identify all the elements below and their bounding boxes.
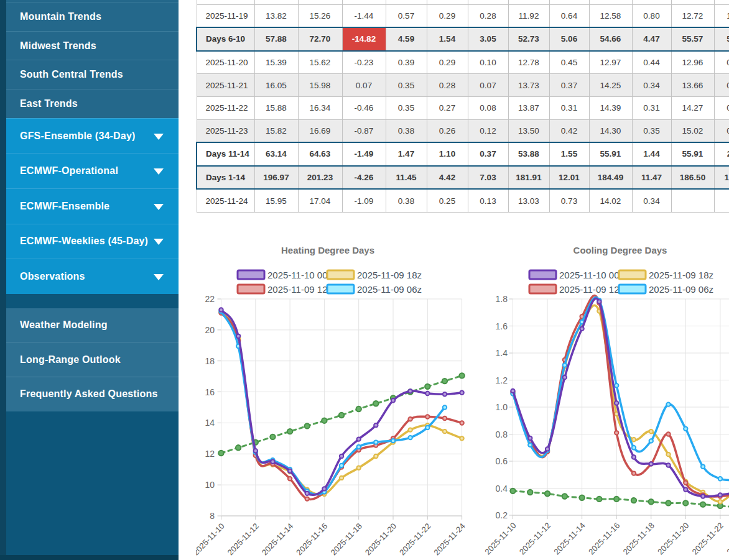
row-label: 2025-11-22	[197, 96, 254, 119]
chevron-down-icon	[154, 239, 164, 245]
series-2025-11-09-12z	[219, 311, 464, 501]
table-cell: 14.30	[589, 119, 632, 142]
table-cell: 5.33	[714, 27, 729, 51]
legend-label: 2025-11-10 00z	[267, 270, 332, 280]
table-cell	[549, 0, 589, 4]
legend-label: 2025-11-09 12z	[559, 284, 624, 295]
table-cell: 0.13	[468, 189, 508, 212]
table-cell: 15.62	[298, 51, 342, 74]
table-cell: 196.97	[254, 166, 298, 190]
table-cell: -4.26	[342, 166, 386, 190]
data-point	[597, 497, 601, 502]
table-cell	[714, 189, 729, 212]
sidebar-item-south-central-trends[interactable]: South Central Trends	[6, 60, 179, 89]
data-point	[545, 491, 550, 496]
sidebar-item-long-range-outlook[interactable]: Long-Range Outlook	[6, 342, 179, 377]
sidebar: Mountain TrendsMidwest TrendsSouth Centr…	[0, 0, 179, 560]
table-cell: 16.34	[298, 96, 342, 119]
table-cell: 1.44	[632, 142, 671, 166]
data-point	[632, 455, 636, 459]
data-point	[339, 413, 344, 418]
table-cell: 0.80	[632, 4, 671, 27]
table-cell: 13.73	[508, 74, 549, 97]
table-cell: -0.46	[342, 96, 386, 119]
data-point	[460, 436, 463, 440]
legend-item[interactable]: 2025-11-10 00z	[238, 270, 332, 280]
table-row: 2025-11-1913.8215.26-1.440.570.290.2811.…	[197, 4, 729, 27]
x-tick-label: 2025-11-22	[397, 521, 432, 558]
y-tick-label: 14	[205, 418, 215, 428]
legend-item[interactable]: 2025-11-09 06z	[327, 284, 422, 295]
table-cell: 0.45	[549, 51, 589, 74]
sidebar-item-ecmwf-ensemble[interactable]: ECMWF-Ensemble	[6, 188, 179, 224]
table-cell: 55.57	[671, 27, 714, 51]
table-cell: 57.88	[254, 27, 298, 51]
table-cell: 12.78	[508, 51, 549, 74]
data-point	[340, 464, 343, 467]
sidebar-item-frequently-asked-questions[interactable]: Frequently Asked Questions	[6, 377, 179, 411]
legend-item[interactable]: 2025-11-09 18z	[327, 270, 422, 280]
table-cell: 3.05	[468, 27, 508, 51]
x-tick-label: 2025-11-10	[196, 521, 226, 558]
sidebar-item-midwest-trends[interactable]: Midwest Trends	[6, 31, 179, 60]
sidebar-item-label: ECMWF-Operational	[20, 165, 118, 177]
legend-item[interactable]: 2025-11-09 18z	[619, 270, 713, 280]
table-cell: 0.34	[632, 74, 671, 97]
sidebar-item-label: East Trends	[20, 98, 78, 109]
data-point	[425, 392, 429, 395]
legend-swatch	[238, 285, 264, 293]
table-cell: 0.38	[386, 189, 427, 212]
data-point	[684, 487, 687, 491]
data-point	[701, 494, 705, 498]
legend-label: 2025-11-09 06z	[357, 284, 422, 295]
table-cell: 0.31	[632, 96, 671, 119]
sidebar-item-label: GFS-Ensemble (34-Day)	[20, 131, 136, 142]
data-point	[408, 417, 412, 421]
legend-item[interactable]: 2025-11-09 12z	[529, 284, 624, 295]
sidebar-item-mountain-trends[interactable]: Mountain Trends	[6, 2, 179, 31]
x-tick-label: 2025-11-20	[656, 521, 690, 557]
x-tick-label: 2025-11-12	[518, 521, 552, 557]
y-tick-label: 1.6	[496, 321, 508, 331]
data-point	[288, 477, 292, 480]
table-cell: 15.95	[254, 189, 298, 212]
sidebar-item-weather-modeling[interactable]: Weather Modeling	[6, 308, 179, 342]
degree-day-table-wrap: 2025-11-1913.8215.26-1.440.570.290.2811.…	[196, 0, 729, 213]
table-cell: 15.88	[254, 96, 298, 119]
x-tick-label: 2025-11-24	[432, 521, 467, 558]
table-cell: 0.34	[632, 189, 671, 212]
sidebar-item-label: ECMWF-Weeklies (45-Day)	[20, 236, 148, 247]
sidebar-item-observations[interactable]: Observations	[6, 259, 179, 294]
table-cell: 0.35	[386, 96, 427, 119]
data-point	[442, 379, 447, 383]
data-point	[510, 489, 515, 493]
table-cell: 0.28	[468, 4, 508, 27]
table-cell: 55.91	[589, 142, 632, 166]
sidebar-item-ecmwf-weeklies-45-day[interactable]: ECMWF-Weeklies (45-Day)	[6, 224, 179, 259]
sidebar-item-ecmwf-operational[interactable]: ECMWF-Operational	[6, 153, 179, 188]
table-row: 2025-11-2215.8816.34-0.460.350.270.0813.…	[197, 96, 729, 119]
sidebar-item-east-trends[interactable]: East Trends	[6, 89, 179, 118]
sidebar-item-gfs-ensemble-34-day[interactable]: GFS-Ensemble (34-Day)	[6, 118, 179, 154]
data-point	[666, 500, 671, 505]
table-cell: 0.07	[468, 74, 508, 97]
data-point	[288, 469, 292, 473]
sidebar-group-trends: Mountain TrendsMidwest TrendsSouth Centr…	[6, 2, 179, 118]
legend-swatch	[529, 270, 556, 279]
legend-item[interactable]: 2025-11-09 12z	[238, 284, 332, 295]
table-summary-row: Days 1-14196.97201.23-4.2611.454.427.031…	[197, 166, 729, 190]
table-cell: 72.70	[298, 27, 342, 51]
data-point	[562, 493, 567, 498]
table-cell: 0.25	[427, 189, 468, 212]
table-row: 2025-11-2315.8216.69-0.870.380.260.1213.…	[197, 119, 729, 142]
row-label: Days 11-14	[197, 142, 254, 166]
table-cell: 4.42	[427, 166, 468, 190]
table-cell: 0.64	[549, 4, 589, 27]
legend-item[interactable]: 2025-11-09 06z	[619, 284, 713, 295]
data-point	[357, 437, 361, 441]
y-tick-label: 16	[205, 387, 215, 397]
data-point	[460, 391, 463, 395]
sidebar-item-label: ECMWF-Ensemble	[20, 201, 109, 212]
legend-item[interactable]: 2025-11-10 00z	[529, 270, 624, 280]
x-tick-label: 2025-11-16	[294, 521, 329, 558]
